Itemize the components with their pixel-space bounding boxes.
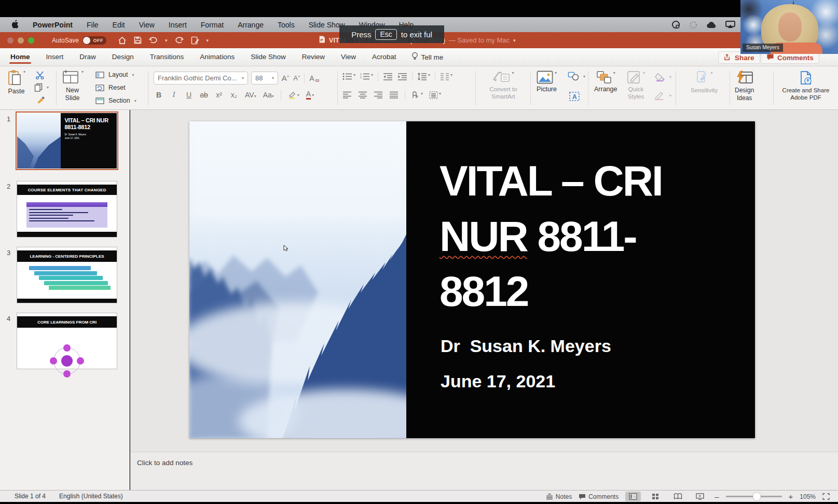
text-direction-button[interactable]: ▾ — [411, 91, 423, 99]
notes-toggle-button[interactable]: Notes — [546, 493, 572, 500]
paste-button[interactable]: ▾ Paste — [7, 69, 25, 95]
columns-button[interactable]: ▾ — [440, 73, 452, 80]
menu-item-edit[interactable]: Edit — [113, 21, 125, 29]
notes-pane[interactable]: Click to add notes — [130, 452, 838, 490]
bold-button[interactable]: B — [155, 91, 163, 99]
slide-title-textbox[interactable]: VITAL – CRI NUR 8811- 8812 — [439, 153, 740, 319]
format-painter-button[interactable] — [36, 95, 46, 105]
slide-thumbnail-4[interactable]: CORE LEARNINGS FROM CRI — [17, 313, 117, 369]
text-box-button[interactable]: A — [569, 91, 580, 102]
window-minimize-button[interactable] — [18, 37, 24, 44]
menu-item-tools[interactable]: Tools — [278, 21, 295, 29]
apple-menu-icon[interactable] — [11, 20, 19, 30]
slide-thumbnail-1[interactable]: VITAL – CRI NUR 8811-8812 Dr Susan K. Me… — [17, 113, 117, 169]
sensitivity-button[interactable]: ▾ Sensitivity — [684, 71, 724, 94]
font-name-combobox[interactable]: Franklin Gothic Demi Co...▾ — [154, 72, 248, 85]
tell-me-control[interactable]: Tell me — [411, 52, 444, 62]
superscript-button[interactable]: x² — [215, 91, 223, 99]
shape-fill-button[interactable]: ▾ — [655, 73, 671, 81]
slide-thumbnail-3[interactable]: LEARNING - CENTERED PRINCIPLES — [17, 247, 117, 303]
menu-item-file[interactable]: File — [87, 21, 99, 29]
layout-button[interactable]: Layout ▾ — [95, 71, 134, 78]
clear-formatting-button[interactable]: A — [308, 74, 316, 82]
align-right-button[interactable] — [374, 91, 383, 99]
zoom-slider-thumb[interactable] — [753, 493, 761, 500]
window-close-button[interactable] — [7, 37, 13, 44]
align-text-button[interactable]: ▾ — [429, 91, 441, 99]
undo-dropdown-caret[interactable]: ▾ — [165, 38, 168, 43]
underline-button[interactable]: U — [185, 91, 193, 99]
italic-button[interactable]: I — [170, 91, 178, 99]
picture-button[interactable]: ▾ Picture — [537, 71, 557, 93]
character-spacing-button[interactable]: AV▾ — [245, 91, 256, 99]
design-ideas-button[interactable]: Design Ideas — [735, 71, 754, 102]
tab-acrobat[interactable]: Acrobat — [371, 51, 397, 64]
align-center-button[interactable] — [358, 91, 367, 99]
window-zoom-button[interactable] — [28, 37, 34, 44]
comments-toggle-button[interactable]: Comments — [579, 493, 619, 500]
copy-button[interactable]: ▾ — [34, 83, 49, 92]
slide-canvas[interactable]: VITAL – CRI NUR 8811- 8812 Dr Susan K. M… — [189, 121, 755, 438]
change-case-button[interactable]: Aa▾ — [263, 91, 274, 99]
redo-icon[interactable] — [175, 36, 184, 44]
quick-styles-button[interactable]: ▾ Quick Styles — [627, 71, 645, 101]
font-size-combobox[interactable]: 88▾ — [251, 72, 278, 85]
section-button[interactable]: Section ▾ — [95, 97, 136, 104]
menu-item-powerpoint[interactable]: PowerPoint — [33, 21, 73, 29]
slide-date-textbox[interactable]: June 17, 2021 — [441, 371, 555, 391]
numbering-button[interactable]: 12▾ — [360, 73, 373, 80]
align-left-button[interactable] — [342, 91, 352, 99]
increase-indent-button[interactable] — [397, 73, 407, 80]
subscript-button[interactable]: x₂ — [230, 91, 238, 99]
autosave-toggle[interactable]: OFF — [83, 36, 106, 45]
arrange-button[interactable]: ▾ Arrange — [594, 71, 617, 93]
zoom-level[interactable]: 105% — [800, 493, 816, 500]
menu-item-arrange[interactable]: Arrange — [238, 21, 264, 29]
font-color-button[interactable]: A▾ — [306, 90, 314, 100]
cut-button[interactable] — [35, 71, 45, 79]
screen-record-icon[interactable] — [671, 20, 680, 29]
shapes-button[interactable]: ▾ — [568, 72, 585, 81]
language-indicator[interactable]: English (United States) — [59, 493, 123, 500]
reading-view-button[interactable] — [670, 492, 685, 501]
zoom-slider[interactable] — [726, 496, 782, 497]
home-quick-icon[interactable] — [118, 36, 127, 45]
format-document-icon[interactable] — [191, 36, 199, 45]
slide-thumbnail-2[interactable]: COURSE ELEMENTS THAT CHANGED — [17, 181, 117, 237]
tab-design[interactable]: Design — [111, 51, 135, 64]
slideshow-view-button[interactable] — [692, 492, 708, 501]
slide-author-textbox[interactable]: Dr Susan K. Meyers — [441, 336, 611, 356]
tab-view[interactable]: View — [340, 51, 357, 64]
menu-item-insert[interactable]: Insert — [169, 21, 187, 29]
save-icon[interactable] — [134, 36, 142, 44]
spinner-icon[interactable] — [689, 21, 697, 29]
zoom-in-button[interactable]: + — [789, 492, 793, 501]
menu-item-format[interactable]: Format — [201, 21, 224, 29]
justify-button[interactable] — [389, 91, 399, 99]
tab-animations[interactable]: Animations — [199, 51, 236, 64]
notes-placeholder[interactable]: Click to add notes — [137, 459, 193, 467]
reset-button[interactable]: Reset — [95, 84, 126, 91]
undo-icon[interactable] — [149, 36, 158, 44]
tab-draw[interactable]: Draw — [78, 51, 97, 64]
zoom-out-button[interactable]: – — [715, 492, 719, 501]
fit-to-window-button[interactable] — [822, 493, 830, 500]
new-slide-button[interactable]: ▾ New Slide — [61, 69, 84, 102]
strikethrough-button[interactable]: ab — [200, 91, 208, 99]
menu-item-view[interactable]: View — [139, 21, 155, 29]
decrease-font-size-button[interactable]: A˅ — [293, 74, 301, 82]
airplay-icon[interactable] — [725, 21, 735, 29]
cloud-icon[interactable] — [706, 21, 717, 29]
convert-to-smartart-button[interactable]: ▾ Convert to SmartArt — [480, 71, 526, 101]
title-dropdown-caret[interactable]: ▾ — [513, 38, 516, 43]
tab-insert[interactable]: Insert — [45, 51, 65, 64]
decrease-indent-button[interactable] — [383, 73, 393, 80]
line-spacing-button[interactable]: ▾ — [417, 73, 430, 80]
normal-view-button[interactable] — [625, 492, 641, 501]
highlight-color-button[interactable]: ▾ — [288, 91, 299, 99]
tab-home[interactable]: Home — [9, 51, 31, 64]
tab-review[interactable]: Review — [301, 51, 326, 64]
tab-transitions[interactable]: Transitions — [149, 51, 185, 64]
bullets-button[interactable]: ▾ — [342, 73, 355, 80]
create-share-adobe-pdf-button[interactable]: Create and Share Adobe PDF — [777, 71, 834, 102]
